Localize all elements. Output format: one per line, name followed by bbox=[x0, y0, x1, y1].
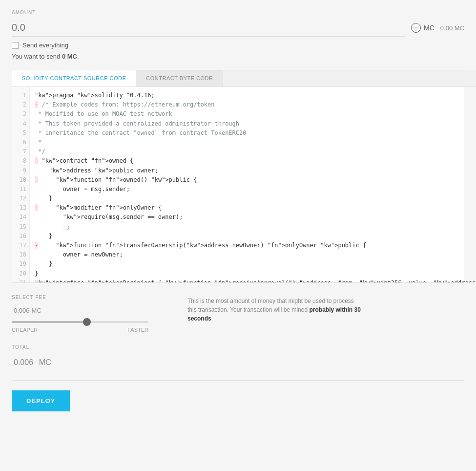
tab-bytecode[interactable]: CONTRACT BYTE CODE bbox=[136, 70, 223, 86]
label-faster: FASTER bbox=[127, 327, 148, 333]
slider-thumb[interactable] bbox=[83, 318, 91, 326]
amount-input[interactable] bbox=[12, 19, 405, 37]
line-number: 19 bbox=[15, 259, 26, 269]
code-panel: SOLIDITY CONTRACT SOURCE CODE CONTRACT B… bbox=[12, 70, 476, 282]
total-section: TOTAL 0.006 MC bbox=[12, 344, 464, 368]
line-number: 5 bbox=[15, 128, 26, 138]
code-line: - "kw">function "fn">transferOwnership("… bbox=[35, 241, 476, 250]
line-number: 8 bbox=[15, 156, 26, 166]
code-section: SOLIDITY CONTRACT SOURCE CODE CONTRACT B… bbox=[12, 70, 464, 283]
code-line: * Modified to use on MOAC test network bbox=[35, 109, 476, 119]
code-line: * inheritance the contract "owned" from … bbox=[35, 128, 476, 138]
line-number: 2 bbox=[15, 100, 26, 109]
code-line: owner = msg.sender; bbox=[35, 185, 476, 194]
line-number: 11 bbox=[15, 185, 26, 194]
line-number: 14 bbox=[15, 213, 26, 222]
amount-section: AMOUNT ≡ MC 0.00 MC Send everything You … bbox=[12, 10, 464, 60]
line-number: 17 bbox=[15, 241, 26, 250]
tab-source[interactable]: SOLIDITY CONTRACT SOURCE CODE bbox=[12, 70, 136, 86]
code-line: } bbox=[35, 269, 476, 278]
code-line: * This token provided a centralized admi… bbox=[35, 119, 476, 128]
send-everything-checkbox[interactable] bbox=[12, 42, 19, 49]
amount-input-wrapper bbox=[12, 19, 405, 37]
code-line: "kw">pragma "kw">solidity ^0.4.16; bbox=[35, 91, 476, 100]
deploy-button[interactable]: DEPLOY bbox=[12, 390, 70, 411]
code-line: - "kw">contract "fn">owned { bbox=[35, 156, 476, 166]
code-line: owner = newOwner; bbox=[35, 250, 476, 259]
send-everything-label[interactable]: Send everything bbox=[22, 42, 68, 49]
line-number: 6 bbox=[15, 138, 26, 147]
code-line: - /* Example codes from: https://ethereu… bbox=[35, 100, 476, 109]
slider-track bbox=[12, 321, 148, 323]
code-line: - "kw">modifier "fn">onlyOwner { bbox=[35, 203, 476, 213]
line-numbers: 1234567891011121314151617181920212223242… bbox=[12, 87, 30, 282]
line-number: 13 bbox=[15, 203, 26, 213]
currency-name: MC bbox=[424, 24, 435, 32]
line-number: 12 bbox=[15, 194, 26, 203]
slider-fill bbox=[12, 321, 87, 323]
line-number: 21 bbox=[15, 278, 26, 282]
line-number: 1 bbox=[15, 91, 26, 100]
amount-row: ≡ MC 0.00 MC bbox=[12, 19, 464, 37]
line-number: 4 bbox=[15, 119, 26, 128]
line-number: 15 bbox=[15, 222, 26, 232]
you-want-to-send: You want to send 0 MC. bbox=[12, 53, 464, 60]
code-line: */ bbox=[35, 147, 476, 156]
fee-left: SELECT FEE 0.006MC CHEAPER FASTER bbox=[12, 295, 168, 333]
page: AMOUNT ≡ MC 0.00 MC Send everything You … bbox=[0, 0, 476, 471]
code-line: } bbox=[35, 259, 476, 269]
divider bbox=[12, 380, 464, 381]
code-content: "kw">pragma "kw">solidity ^0.4.16;- /* E… bbox=[30, 87, 476, 282]
fee-value: 0.006MC bbox=[12, 304, 168, 315]
code-line: } bbox=[35, 194, 476, 203]
code-line: } bbox=[35, 232, 476, 241]
fee-note: This is the most amount of money that mi… bbox=[187, 297, 363, 323]
code-lines[interactable]: 1234567891011121314151617181920212223242… bbox=[12, 87, 476, 282]
code-line: "kw">interface "fn">tokenRecipient { "kw… bbox=[35, 278, 476, 282]
slider-container bbox=[12, 321, 168, 323]
balance-display: 0.00 MC bbox=[440, 24, 464, 32]
code-tabs: SOLIDITY CONTRACT SOURCE CODE CONTRACT B… bbox=[12, 70, 476, 87]
send-everything-row: Send everything bbox=[12, 42, 464, 49]
code-editor: 1234567891011121314151617181920212223242… bbox=[12, 87, 476, 282]
line-number: 3 bbox=[15, 109, 26, 119]
line-number: 20 bbox=[15, 269, 26, 278]
amount-label: AMOUNT bbox=[12, 10, 464, 15]
code-line: - "kw">function "fn">owned() "kw">public… bbox=[35, 175, 476, 185]
currency-display: ≡ MC bbox=[411, 23, 435, 33]
fee-section: SELECT FEE 0.006MC CHEAPER FASTER This i… bbox=[12, 295, 464, 333]
total-label: TOTAL bbox=[12, 344, 464, 350]
code-line: "kw">require(msg.sender == owner); bbox=[35, 213, 476, 222]
code-line: _; bbox=[35, 222, 476, 232]
code-line: * bbox=[35, 138, 476, 147]
code-line: "kw">address "kw">public owner; bbox=[35, 166, 476, 175]
line-number: 18 bbox=[15, 250, 26, 259]
line-number: 10 bbox=[15, 175, 26, 185]
slider-labels: CHEAPER FASTER bbox=[12, 327, 148, 333]
line-number: 7 bbox=[15, 147, 26, 156]
fee-label: SELECT FEE bbox=[12, 295, 168, 300]
line-number: 16 bbox=[15, 232, 26, 241]
currency-icon: ≡ bbox=[411, 23, 421, 33]
line-number: 9 bbox=[15, 166, 26, 175]
fee-right: This is the most amount of money that mi… bbox=[187, 295, 464, 323]
label-cheaper: CHEAPER bbox=[12, 327, 38, 333]
total-value: 0.006 MC bbox=[12, 353, 464, 368]
